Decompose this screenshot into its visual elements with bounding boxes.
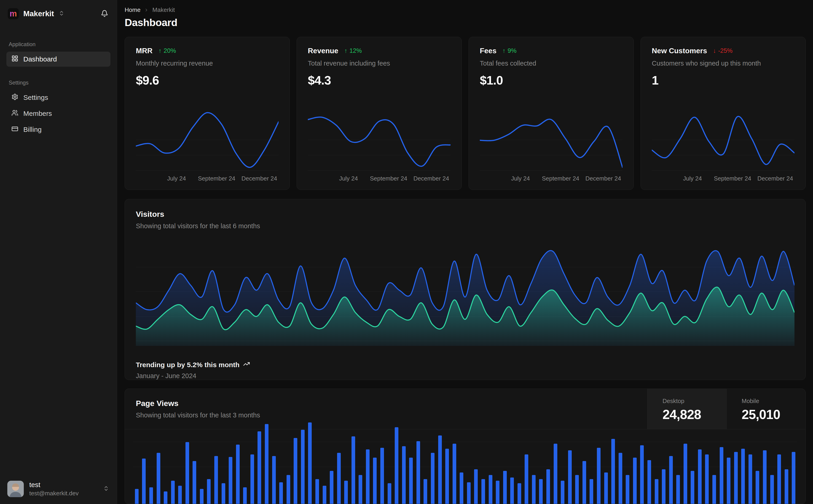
- breadcrumb-home-link[interactable]: Home: [125, 6, 140, 13]
- page-views-bar: [135, 489, 138, 504]
- page-views-bar: [294, 438, 297, 504]
- users-icon: [11, 109, 18, 118]
- page-views-bar: [770, 475, 774, 504]
- page-views-bar: [611, 439, 615, 504]
- page-views-bar: [352, 436, 355, 504]
- page-views-bar: [279, 482, 283, 504]
- page-views-bar: [229, 457, 232, 504]
- page-views-bar-chart: [133, 429, 797, 504]
- page-views-bar: [330, 471, 333, 504]
- toggle-desktop[interactable]: Desktop 24,828: [647, 389, 726, 429]
- page-views-bar: [785, 469, 788, 504]
- makerkit-logo: m: [8, 8, 19, 19]
- page-views-title: Page Views: [136, 399, 636, 408]
- chevrons-up-down-icon: [58, 10, 64, 17]
- credit-card-icon: [11, 125, 18, 134]
- user-avatar: [7, 481, 24, 497]
- trend-up-arrow-icon: ↑: [344, 47, 347, 54]
- workspace-name: Makerkit: [23, 9, 54, 18]
- sidebar-item-label: Dashboard: [23, 55, 57, 63]
- page-views-bar: [431, 453, 434, 504]
- workspace-switcher[interactable]: m Makerkit: [8, 8, 101, 19]
- page-views-bar: [409, 458, 413, 504]
- user-info: test test@makerkit.dev: [29, 481, 79, 497]
- trending-up-icon: [243, 361, 250, 369]
- sidebar-item-members[interactable]: Members: [6, 106, 110, 121]
- stat-description: Monthly recurring revenue: [136, 60, 279, 67]
- page-views-bar: [691, 471, 694, 504]
- stat-description: Total fees collected: [480, 60, 623, 67]
- page-views-bar: [272, 456, 276, 504]
- sidebar-item-billing[interactable]: Billing: [6, 122, 110, 137]
- page-views-bar: [539, 479, 543, 504]
- page-views-bar: [359, 475, 362, 504]
- page-views-bar: [236, 445, 240, 504]
- page-views-bar: [720, 447, 723, 504]
- page-views-bar: [684, 444, 687, 504]
- sparkline-chart: July 24 September 24 December 24: [480, 109, 623, 183]
- page-views-bar: [344, 481, 348, 504]
- page-views-bar: [575, 475, 579, 504]
- logo-m-glyph: m: [10, 10, 17, 18]
- page-views-header: Page Views Showing total visitors for th…: [125, 389, 805, 429]
- page-views-bar: [633, 458, 637, 504]
- page-views-bar: [200, 489, 204, 504]
- page-views-bar: [589, 479, 593, 504]
- sidebar-item-settings[interactable]: Settings: [6, 90, 110, 105]
- sidebar-nav: Application Dashboard Settings Settings …: [0, 41, 117, 138]
- stat-value: $9.6: [136, 73, 279, 87]
- stat-card-mrr: MRR ↑ 20% Monthly recurring revenue $9.6: [125, 37, 290, 190]
- page-views-bar: [315, 479, 319, 504]
- page-views-bar: [568, 450, 572, 504]
- visitors-card: Visitors Showing total visitors for the …: [125, 199, 806, 380]
- gear-icon: [11, 93, 18, 102]
- page-views-bar: [171, 481, 175, 504]
- sidebar-item-label: Billing: [23, 126, 42, 133]
- visitors-subtitle: Showing total visitors for the last 6 mo…: [136, 222, 794, 230]
- page-views-bar: [525, 454, 528, 504]
- page-views-bar: [792, 452, 795, 504]
- sparkline-chart: July 24 September 24 December 24: [652, 109, 794, 183]
- page-views-bar: [705, 454, 709, 504]
- stat-card-new-customers: New Customers ↓ -25% Customers who signe…: [641, 37, 806, 190]
- sidebar-header: m Makerkit: [0, 0, 117, 19]
- trend-badge: ↑ 9%: [502, 47, 517, 54]
- sidebar: m Makerkit Application Dashboard Setti: [0, 0, 117, 504]
- breadcrumb-current: Makerkit: [152, 6, 175, 13]
- page-views-bar: [712, 475, 716, 504]
- page-views-bar: [337, 453, 341, 504]
- page-views-subtitle: Showing total visitors for the last 3 mo…: [136, 411, 636, 419]
- page-views-bar: [662, 469, 666, 504]
- trend-down-arrow-icon: ↓: [713, 47, 716, 54]
- page-views-bar: [510, 477, 514, 504]
- page-views-bar: [308, 422, 312, 504]
- page-views-bar: [287, 475, 290, 504]
- page-views-bar: [698, 449, 702, 504]
- page-views-bar: [192, 461, 196, 504]
- visitors-period: January - June 2024: [136, 372, 794, 380]
- notifications-bell-button[interactable]: [101, 10, 108, 18]
- page-views-bar: [496, 481, 499, 504]
- page-views-bar: [460, 472, 463, 504]
- page-views-bar: [416, 441, 420, 504]
- page-views-bar: [481, 479, 485, 504]
- page-views-bar: [258, 431, 261, 504]
- stat-title: Fees: [480, 47, 496, 55]
- user-menu[interactable]: test test@makerkit.dev: [0, 475, 117, 504]
- x-axis-labels: July 24 September 24 December 24: [480, 173, 623, 183]
- page-views-bar: [763, 450, 767, 504]
- page-views-bar: [251, 454, 254, 504]
- stat-value: $4.3: [308, 73, 450, 87]
- page-views-bar: [301, 430, 305, 504]
- page-views-bar: [395, 427, 398, 504]
- page-views-bar: [517, 483, 521, 504]
- page-views-bar: [164, 491, 167, 504]
- page-views-bar: [582, 461, 586, 504]
- bell-icon: [101, 10, 108, 18]
- page-views-bar: [604, 472, 608, 504]
- page-views-bar: [243, 487, 247, 504]
- sidebar-item-dashboard[interactable]: Dashboard: [6, 52, 110, 67]
- page-views-bar: [619, 453, 622, 504]
- visitors-title: Visitors: [136, 210, 794, 219]
- toggle-mobile[interactable]: Mobile 25,010: [726, 389, 805, 429]
